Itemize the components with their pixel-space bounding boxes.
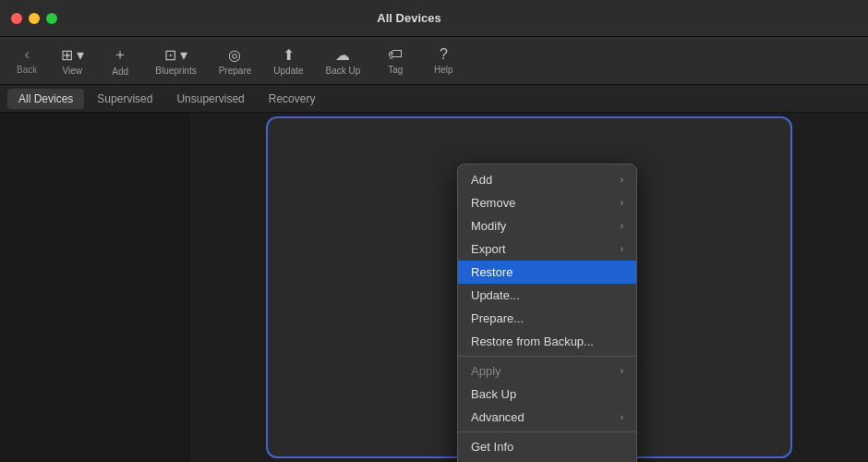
blueprints-label: Blueprints (155, 66, 196, 76)
update-button[interactable]: ⬆ Update (264, 43, 312, 79)
prepare-label: Prepare (219, 66, 252, 76)
zoom-button[interactable] (46, 13, 57, 24)
context-menu-item[interactable]: Export› (458, 237, 636, 261)
context-menu-item[interactable]: Back Up (458, 383, 636, 406)
context-menu-item-label: Restore from Backup... (471, 334, 623, 348)
context-menu-separator (458, 356, 636, 357)
update-label: Update (273, 66, 303, 76)
context-menu-item-label: Get Info (471, 440, 623, 454)
view-button[interactable]: ⊞ ▾ View (50, 43, 94, 79)
context-menu-item-label: Advanced (471, 410, 621, 424)
tab-unsupervised[interactable]: Unsupervised (165, 89, 255, 109)
context-menu-item: Apply› (458, 359, 636, 383)
tabbar: All Devices Supervised Unsupervised Reco… (0, 85, 868, 113)
context-menu-item[interactable]: Modify› (458, 214, 636, 237)
main-area: D Add›Remove›Modify›Export›RestoreUpdate… (0, 113, 868, 462)
update-icon: ⬆ (283, 46, 295, 64)
back-button[interactable]: ‹ Back (7, 43, 46, 79)
add-icon: ＋ (113, 45, 127, 65)
add-button[interactable]: ＋ Add (98, 42, 142, 80)
tag-icon: 🏷 (388, 46, 403, 63)
context-menu-item[interactable]: Restore (458, 261, 636, 284)
context-menu-item-label: Export (471, 242, 621, 256)
context-menu-item[interactable]: Prepare... (458, 307, 636, 330)
submenu-chevron-icon: › (621, 198, 623, 208)
context-menu-item-label: Remove (471, 196, 621, 210)
context-menu: Add›Remove›Modify›Export›RestoreUpdate..… (457, 164, 637, 462)
context-menu-item-label: Apply (471, 364, 621, 378)
view-label: View (62, 66, 82, 76)
context-menu-separator (458, 432, 636, 432)
prepare-button[interactable]: ◎ Prepare (210, 43, 261, 79)
submenu-chevron-icon: › (621, 412, 623, 422)
add-label: Add (112, 67, 128, 77)
view-icon: ⊞ ▾ (61, 46, 84, 64)
context-menu-item-label: Restore (471, 265, 623, 279)
blueprints-button[interactable]: ⊡ ▾ Blueprints (146, 43, 205, 79)
context-menu-item[interactable]: Add› (458, 168, 636, 191)
tab-all-devices[interactable]: All Devices (7, 89, 84, 109)
sidebar (0, 113, 189, 462)
tab-recovery[interactable]: Recovery (258, 89, 327, 109)
tag-button[interactable]: 🏷 Tag (373, 43, 417, 79)
minimize-button[interactable] (29, 13, 40, 24)
close-button[interactable] (11, 13, 22, 24)
content-area: D Add›Remove›Modify›Export›RestoreUpdate… (189, 113, 868, 462)
context-menu-item-label: Update... (471, 288, 623, 302)
titlebar: All Devices (0, 0, 868, 37)
traffic-lights (11, 13, 57, 24)
backup-icon: ☁ (335, 46, 350, 64)
submenu-chevron-icon: › (621, 221, 623, 231)
help-button[interactable]: ? Help (421, 43, 465, 79)
submenu-chevron-icon: › (621, 175, 623, 185)
context-menu-item[interactable]: Restore from Backup... (458, 330, 636, 353)
backup-button[interactable]: ☁ Back Up (317, 43, 370, 79)
help-label: Help (434, 65, 453, 75)
context-menu-item-label: Add (471, 173, 621, 187)
help-icon: ? (440, 46, 448, 63)
backup-label: Back Up (326, 66, 361, 76)
context-menu-item[interactable]: Get Info (458, 435, 636, 458)
context-menu-item[interactable]: Update... (458, 284, 636, 307)
context-menu-item[interactable]: Quick Look (458, 458, 636, 462)
back-arrow-icon: ‹ (24, 46, 29, 63)
toolbar: ‹ Back ⊞ ▾ View ＋ Add ⊡ ▾ Blueprints ◎ P… (0, 37, 868, 85)
tab-supervised[interactable]: Supervised (86, 89, 163, 109)
context-menu-item[interactable]: Advanced› (458, 406, 636, 429)
blueprints-icon: ⊡ ▾ (164, 46, 187, 64)
back-label: Back (17, 65, 37, 75)
prepare-icon: ◎ (228, 46, 241, 64)
window-title: All Devices (72, 11, 746, 25)
context-menu-item-label: Prepare... (471, 311, 623, 325)
submenu-chevron-icon: › (621, 366, 623, 376)
context-menu-item-label: Modify (471, 219, 621, 233)
tag-label: Tag (388, 65, 403, 75)
submenu-chevron-icon: › (621, 244, 623, 254)
context-menu-item[interactable]: Remove› (458, 191, 636, 214)
context-menu-item-label: Back Up (471, 387, 623, 401)
